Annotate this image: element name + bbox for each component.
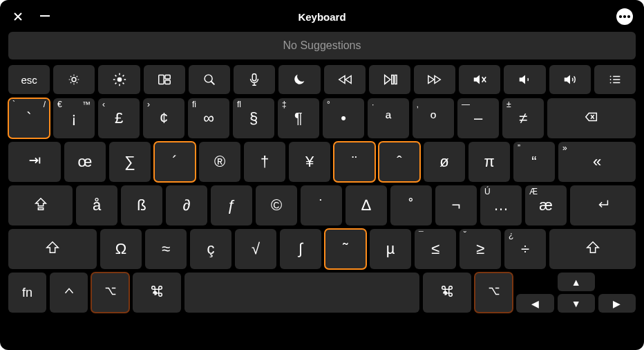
l-key[interactable]: ¬: [435, 185, 477, 225]
five-key[interactable]: fl§: [233, 98, 274, 138]
dictation-key[interactable]: [234, 65, 275, 94]
g-key[interactable]: ©: [256, 185, 297, 225]
window-title: Keyboard: [298, 11, 345, 23]
t-key[interactable]: †: [244, 142, 285, 182]
arrow-left-key[interactable]: ◀: [516, 294, 553, 313]
q-key[interactable]: œ: [64, 142, 106, 182]
brightness-down-key[interactable]: [53, 65, 95, 94]
rewind-key[interactable]: [324, 65, 366, 94]
zero-key[interactable]: —–: [457, 98, 499, 138]
key-row-0: `/`€™¡‹£›¢fi∞fl§‡¶°•·ª‚º—–±≠: [8, 98, 636, 138]
brightness-up-key[interactable]: [98, 65, 140, 94]
period-key[interactable]: ˘≥: [460, 229, 501, 269]
grave-key[interactable]: `/`: [8, 98, 50, 138]
spotlight-key[interactable]: [189, 65, 230, 94]
c-key[interactable]: ç: [190, 229, 231, 269]
svg-point-11: [610, 82, 612, 84]
minus-key[interactable]: ±≠: [502, 98, 544, 138]
six-key[interactable]: ‡¶: [278, 98, 319, 138]
bracket-right-key[interactable]: »«: [558, 142, 636, 182]
arrow-up-key[interactable]: ▲: [558, 273, 595, 291]
minimize-icon[interactable]: [40, 15, 50, 17]
o-key[interactable]: ø: [424, 142, 465, 182]
svg-point-10: [610, 79, 612, 80]
r-key[interactable]: ®: [199, 142, 240, 182]
slash-key[interactable]: ¿÷: [504, 229, 546, 269]
tab-key[interactable]: [8, 142, 61, 182]
svg-point-1: [117, 77, 122, 82]
command-left-key[interactable]: [133, 273, 181, 313]
svg-rect-2: [159, 75, 164, 84]
d-key[interactable]: ∂: [166, 185, 207, 225]
option-right-key[interactable]: [475, 273, 513, 313]
function-row: esc: [8, 65, 636, 94]
esc-key[interactable]: esc: [8, 65, 50, 94]
b-key[interactable]: ∫: [280, 229, 321, 269]
three-key[interactable]: ›¢: [143, 98, 184, 138]
bracket-left-key[interactable]: ”“: [513, 142, 555, 182]
fn-key[interactable]: fn: [8, 273, 46, 313]
svg-rect-7: [392, 75, 394, 84]
seven-key[interactable]: °•: [323, 98, 364, 138]
quote-key[interactable]: Ææ: [525, 185, 567, 225]
backspace-key[interactable]: [547, 98, 636, 138]
do-not-disturb-key[interactable]: [278, 65, 320, 94]
eight-key[interactable]: ·ª: [368, 98, 409, 138]
svg-rect-4: [165, 80, 170, 84]
arrow-down-key[interactable]: ▼: [558, 294, 595, 313]
semicolon-key[interactable]: Ú…: [480, 185, 522, 225]
e-key[interactable]: ´: [154, 142, 196, 182]
caps-lock-key[interactable]: [8, 185, 73, 225]
key-row-3: Ω≈ç√∫˜µ¯≤˘≥¿÷: [8, 229, 636, 269]
arrow-keys: ◀ ▲ ▼ ▶: [516, 273, 636, 313]
w-key[interactable]: ∑: [109, 142, 151, 182]
list-key[interactable]: [594, 65, 636, 94]
more-icon[interactable]: [616, 8, 633, 25]
mute-key[interactable]: [459, 65, 500, 94]
u-key[interactable]: ¨: [334, 142, 375, 182]
two-key[interactable]: ‹£: [98, 98, 140, 138]
play-pause-key[interactable]: [369, 65, 410, 94]
command-right-key[interactable]: [423, 273, 471, 313]
suggestions-text: No Suggestions: [283, 39, 361, 52]
one-key[interactable]: €™¡: [53, 98, 95, 138]
key-rows: `/`€™¡‹£›¢fi∞fl§‡¶°•·ª‚º—–±≠œ∑´®†¥¨ˆøπ”“…: [8, 98, 636, 269]
m-key[interactable]: µ: [370, 229, 411, 269]
svg-point-0: [72, 77, 76, 82]
z-key[interactable]: Ω: [100, 229, 142, 269]
s-key[interactable]: ß: [121, 185, 162, 225]
close-icon[interactable]: [12, 11, 23, 22]
y-key[interactable]: ¥: [289, 142, 330, 182]
bottom-row: fn ◀ ▲ ▼ ▶: [8, 273, 636, 313]
option-left-key[interactable]: [91, 273, 129, 313]
shift-right-key[interactable]: [549, 229, 636, 269]
v-key[interactable]: √: [235, 229, 276, 269]
n-key[interactable]: ˜: [325, 229, 366, 269]
a-key[interactable]: å: [76, 185, 117, 225]
return-key[interactable]: [570, 185, 636, 225]
spacebar-key[interactable]: [184, 273, 419, 313]
j-key[interactable]: ∆: [345, 185, 387, 225]
i-key[interactable]: ˆ: [379, 142, 420, 182]
volume-down-key[interactable]: [504, 65, 545, 94]
volume-up-key[interactable]: [549, 65, 591, 94]
comma-key[interactable]: ¯≤: [415, 229, 456, 269]
mission-control-key[interactable]: [144, 65, 185, 94]
four-key[interactable]: fi∞: [188, 98, 229, 138]
fast-forward-key[interactable]: [414, 65, 455, 94]
h-key[interactable]: ˙: [301, 185, 342, 225]
control-key[interactable]: [50, 273, 88, 313]
keyboard-window: Keyboard No Suggestions esc `/`€™¡‹£›¢fi…: [0, 0, 644, 350]
suggestions-bar: No Suggestions: [8, 32, 636, 59]
nine-key[interactable]: ‚º: [413, 98, 454, 138]
f-key[interactable]: ƒ: [211, 185, 252, 225]
shift-left-key[interactable]: [8, 229, 97, 269]
arrow-right-key[interactable]: ▶: [598, 294, 636, 313]
svg-point-9: [610, 76, 612, 77]
titlebar: Keyboard: [8, 6, 636, 28]
p-key[interactable]: π: [468, 142, 510, 182]
svg-rect-3: [165, 75, 170, 80]
key-row-1: œ∑´®†¥¨ˆøπ”“»«: [8, 142, 636, 182]
k-key[interactable]: ˚: [390, 185, 432, 225]
x-key[interactable]: ≈: [145, 229, 187, 269]
